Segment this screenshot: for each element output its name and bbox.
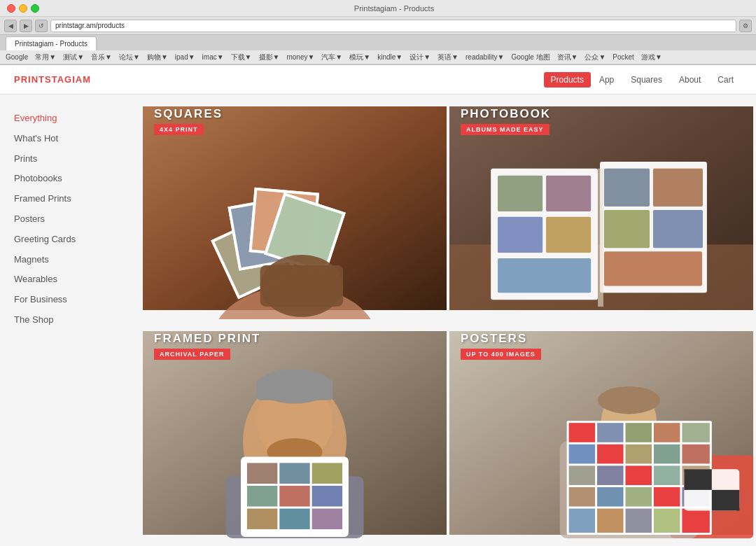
photobook-title-area: PHOTOBOOK ALBUMS MADE EASY: [449, 97, 753, 141]
bookmark-10[interactable]: money▼: [286, 53, 314, 61]
nav-products[interactable]: Products: [544, 72, 591, 88]
close-button[interactable]: [7, 4, 15, 13]
bookmark-14[interactable]: 设计▼: [410, 52, 430, 62]
sidebar-item-for-business[interactable]: For Business: [14, 290, 126, 310]
sidebar-item-wearables[interactable]: Wearables: [14, 270, 126, 290]
sidebar-item-everything[interactable]: Everything: [14, 108, 126, 129]
framed-title: FRAMED PRINT: [154, 332, 435, 346]
squares-badge: 4X4 PRINT: [154, 124, 204, 135]
bookmark-18[interactable]: 资讯▼: [557, 52, 578, 62]
sidebar-item-greeting-cards[interactable]: Greeting Cards: [14, 230, 126, 250]
brand-logo[interactable]: PRINTSTAGIAM: [14, 74, 91, 85]
framed-title-area: FRAMED PRINT ARCHIVAL PAPER: [143, 322, 447, 365]
traffic-lights: [7, 4, 39, 13]
product-card-photobook[interactable]: PHOTOBOOK ALBUMS MADE EASY: [449, 97, 753, 319]
bookmark-4[interactable]: 论坛▼: [119, 52, 140, 62]
sidebar-item-framed-prints[interactable]: Framed Prints: [14, 189, 126, 209]
browser-chrome: Printstagiam - Products ◀ ▶ ↺ printstagr…: [0, 0, 756, 65]
nav-about[interactable]: About: [671, 69, 709, 90]
minimize-button[interactable]: [19, 4, 27, 13]
bookmark-google[interactable]: Google: [6, 53, 28, 61]
sidebar-item-posters[interactable]: Posters: [14, 209, 126, 230]
back-button[interactable]: ◀: [4, 20, 17, 32]
product-card-posters[interactable]: POSTERS UP TO 400 IMAGES: [449, 322, 753, 544]
nav-cart[interactable]: Cart: [709, 69, 742, 90]
posters-card-inner: POSTERS UP TO 400 IMAGES: [449, 322, 753, 544]
address-bar[interactable]: printstagr.am/products: [50, 20, 736, 32]
settings-button[interactable]: ⚙: [739, 20, 752, 32]
refresh-button[interactable]: ↺: [35, 20, 48, 32]
sidebar-item-whats-hot[interactable]: What's Hot: [14, 129, 126, 149]
bookmark-13[interactable]: kindle▼: [377, 53, 402, 61]
product-card-squares[interactable]: SQUARES 4X4 PRINT: [143, 97, 447, 319]
photobook-card-inner: PHOTOBOOK ALBUMS MADE EASY: [449, 97, 753, 319]
website: PRINTSTAGIAM Products App Squares About …: [0, 65, 756, 546]
bookmark-17[interactable]: Google 地图: [511, 52, 550, 62]
maximize-button[interactable]: [31, 4, 39, 13]
bookmark-19[interactable]: 公众▼: [584, 52, 606, 62]
bookmarks-bar: Google 常用▼ 测试▼ 音乐▼ 论坛▼ 购物▼ ipad▼ imac▼ 下…: [0, 50, 756, 64]
nav-squares[interactable]: Squares: [622, 69, 671, 90]
bookmark-11[interactable]: 汽车▼: [321, 52, 342, 62]
active-tab[interactable]: Printstagiam - Products: [6, 36, 97, 50]
bookmark-8[interactable]: 下载▼: [231, 52, 252, 62]
squares-card-inner: SQUARES 4X4 PRINT: [143, 97, 447, 319]
sidebar-item-magnets[interactable]: Magnets: [14, 250, 126, 270]
product-grid: SQUARES 4X4 PRINT: [140, 94, 756, 546]
tab-bar: Printstagiam - Products: [0, 35, 756, 50]
bookmark-9[interactable]: 摄影▼: [259, 52, 280, 62]
bookmark-2[interactable]: 测试▼: [63, 52, 84, 62]
sidebar-item-the-shop[interactable]: The Shop: [14, 310, 126, 330]
posters-title-area: POSTERS UP TO 400 IMAGES: [449, 322, 753, 365]
bookmark-3[interactable]: 音乐▼: [91, 52, 112, 62]
bookmark-7[interactable]: imac▼: [202, 53, 224, 61]
top-navigation: PRINTSTAGIAM Products App Squares About …: [0, 65, 756, 94]
sidebar-item-prints[interactable]: Prints: [14, 149, 126, 169]
bookmark-16[interactable]: readability▼: [465, 53, 504, 61]
bookmark-20[interactable]: Pocket: [612, 53, 634, 61]
framed-badge: ARCHIVAL PAPER: [154, 349, 230, 360]
title-bar: Printstagiam - Products: [0, 0, 756, 17]
posters-badge: UP TO 400 IMAGES: [461, 349, 541, 360]
squares-title: SQUARES: [154, 107, 435, 121]
sidebar-item-photobooks[interactable]: Photobooks: [14, 169, 126, 189]
bookmark-6[interactable]: ipad▼: [175, 53, 195, 61]
bookmark-15[interactable]: 英语▼: [438, 52, 458, 62]
window-title: Printstagiam - Products: [39, 4, 749, 13]
main-layout: Everything What's Hot Prints Photobooks …: [0, 94, 756, 546]
bookmark-12[interactable]: 模玩▼: [349, 52, 370, 62]
nav-links: Products App Squares About Cart: [544, 69, 742, 90]
photobook-badge: ALBUMS MADE EASY: [461, 124, 550, 135]
forward-button[interactable]: ▶: [20, 20, 32, 32]
bookmark-21[interactable]: 游戏▼: [641, 52, 662, 62]
bookmark-1[interactable]: 常用▼: [35, 52, 56, 62]
squares-title-area: SQUARES 4X4 PRINT: [143, 97, 447, 141]
posters-title: POSTERS: [461, 332, 742, 346]
sidebar: Everything What's Hot Prints Photobooks …: [0, 94, 140, 546]
nav-app[interactable]: App: [591, 69, 622, 90]
toolbar: ◀ ▶ ↺ printstagr.am/products ⚙: [0, 17, 756, 35]
photobook-title: PHOTOBOOK: [461, 107, 742, 121]
bookmark-5[interactable]: 购物▼: [147, 52, 168, 62]
product-card-framed[interactable]: FRAMED PRINT ARCHIVAL PAPER: [143, 322, 447, 544]
framed-card-inner: FRAMED PRINT ARCHIVAL PAPER: [143, 322, 447, 544]
